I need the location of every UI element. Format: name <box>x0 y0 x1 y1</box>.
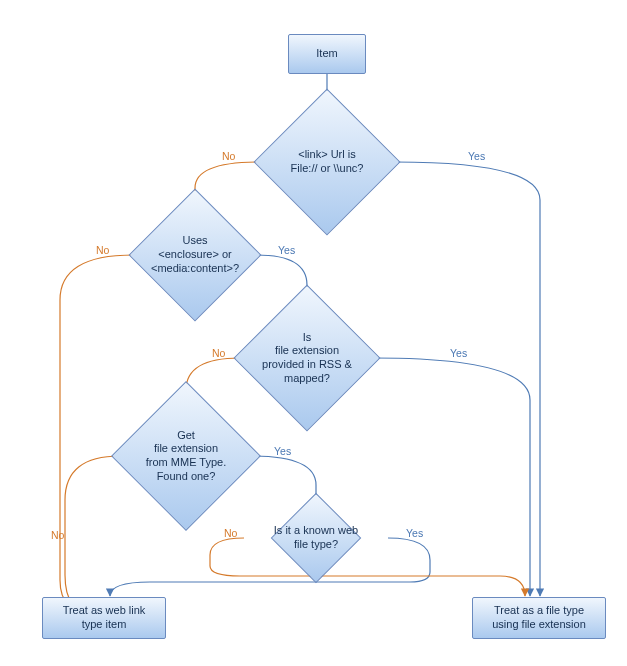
edge-encl-no: No <box>94 244 111 256</box>
node-rss-mapped: Isfile extensionprovided in RSS &mapped? <box>255 306 359 410</box>
node-item: Item <box>288 34 366 74</box>
node-web-filetype: Is it a known webfile type? <box>284 506 348 570</box>
edge-webtype-no: No <box>222 527 239 539</box>
edge-link-no: No <box>220 150 237 162</box>
edge-webtype-yes: Yes <box>404 527 425 539</box>
node-mime-type: Getfile extensionfrom MME Type.Found one… <box>133 403 239 509</box>
edge-mime-yes: Yes <box>272 445 293 457</box>
node-treat-weblink-label: Treat as web linktype item <box>63 604 146 632</box>
node-enclosure: Uses<enclosure> or<media:content>? <box>148 208 242 302</box>
edge-mime-no: No <box>49 529 66 541</box>
node-web-filetype-label: Is it a known webfile type? <box>246 506 387 570</box>
node-mime-type-label: Getfile extensionfrom MME Type.Found one… <box>112 403 260 509</box>
node-rss-mapped-label: Isfile extensionprovided in RSS &mapped? <box>234 306 380 410</box>
node-link-url-label: <link> Url isFile:// or \\unc? <box>254 110 400 214</box>
edge-link-yes: Yes <box>466 150 487 162</box>
edge-rssmap-no: No <box>210 347 227 359</box>
node-treat-weblink: Treat as web linktype item <box>42 597 166 639</box>
edge-rssmap-yes: Yes <box>448 347 469 359</box>
node-treat-filetype-label: Treat as a file typeusing file extension <box>492 604 586 632</box>
node-item-label: Item <box>316 47 337 61</box>
node-enclosure-label: Uses<enclosure> or<media:content>? <box>129 208 261 302</box>
node-treat-filetype: Treat as a file typeusing file extension <box>472 597 606 639</box>
edge-encl-yes: Yes <box>276 244 297 256</box>
node-link-url: <link> Url isFile:// or \\unc? <box>275 110 379 214</box>
